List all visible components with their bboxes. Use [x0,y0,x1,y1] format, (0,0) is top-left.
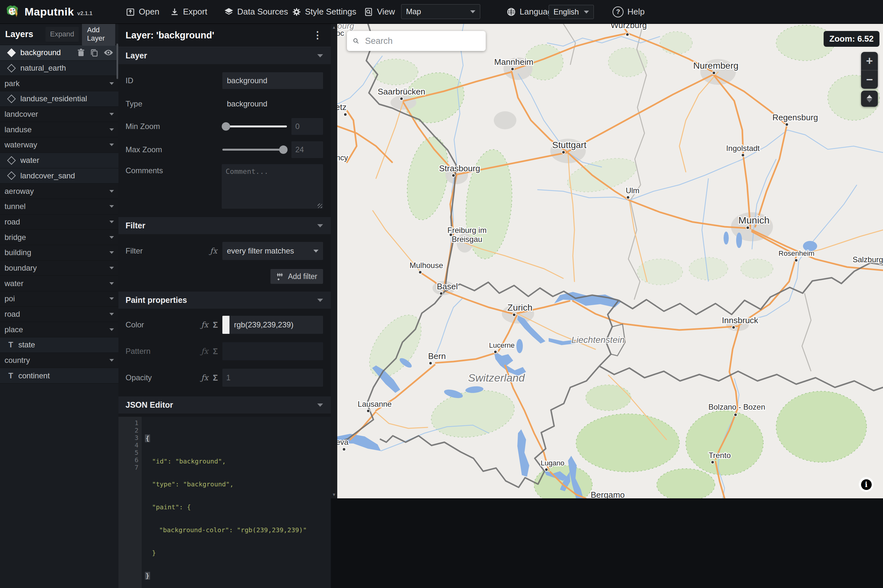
eye-icon[interactable] [104,49,113,56]
json-line-numbers: 1 2 3 4 5 6 7 [119,417,142,588]
pattern-label: Pattern [126,347,150,356]
json-editor[interactable]: 1 2 3 4 5 6 7 { "id": "background", "typ… [119,417,331,588]
city-label: Ulm [626,186,640,195]
section-layer[interactable]: Layer [119,47,331,64]
layer-item-landcover-sand[interactable]: landcover_sand [0,168,119,184]
view-button[interactable]: View [364,0,395,24]
map-canvas[interactable]: Wurzburg Mannheim Nuremberg Saarbrücken … [337,24,883,498]
sigma-icon[interactable]: Σ [213,373,218,383]
data-sources-label: Data Sources [237,7,288,17]
scroll-down-icon[interactable]: ▼ [332,492,336,497]
export-button[interactable]: Export [170,0,207,24]
section-paint[interactable]: Paint properties [119,292,331,309]
layer-label: landcover [5,110,107,119]
filter-select-value: every filter matches [227,246,294,255]
layer-label: building [5,248,107,257]
layer-group-park[interactable]: park [0,76,119,91]
min-zoom-input[interactable] [291,118,323,135]
layer-group-road2[interactable]: road [0,307,119,322]
layer-group-country[interactable]: country [0,353,119,368]
editor-scrollbar[interactable]: ▲ ▼ [331,24,337,498]
function-icon[interactable]: ƒx [201,347,208,356]
trash-icon[interactable] [77,48,85,57]
layer-label: park [5,79,107,88]
zoom-in-button[interactable]: + [861,52,878,70]
layer-group-boundary[interactable]: boundary [0,261,119,276]
chevron-down-icon [110,313,114,315]
layer-group-aeroway[interactable]: aeroway [0,183,119,199]
opacity-input[interactable] [222,369,323,387]
layer-label: natural_earth [20,63,114,73]
view-label: View [377,7,395,17]
layer-group-road[interactable]: road [0,214,119,230]
city-label: Saarbrücken [378,87,425,96]
help-button[interactable]: ? Help [613,0,644,24]
layer-item-continent[interactable]: T continent [0,368,119,384]
function-icon[interactable]: ƒx [210,246,217,255]
function-icon[interactable]: ƒx [201,373,208,382]
layer-group-bridge[interactable]: bridge [0,230,119,245]
layer-group-waterway[interactable]: waterway [0,137,119,153]
sigma-icon[interactable]: Σ [213,320,218,330]
layer-group-tunnel[interactable]: tunnel [0,199,119,214]
resize-handle[interactable] [318,204,322,208]
function-icon[interactable]: ƒx [201,320,208,329]
zoom-out-button[interactable]: − [861,70,878,89]
comments-label: Comments [126,166,163,175]
section-json[interactable]: JSON Editor [119,396,331,414]
duplicate-icon[interactable] [90,48,98,57]
search-input[interactable] [364,36,480,46]
type-value[interactable]: background [222,99,323,108]
city-label: Innsbruck [722,315,759,325]
layers-title: Layers [5,29,33,39]
layer-item-state[interactable]: T state [0,338,119,353]
city-label: Lugano [541,459,564,467]
section-filter[interactable]: Filter [119,217,331,234]
chevron-down-icon [317,54,323,57]
pattern-input[interactable] [222,342,323,360]
layer-group-landcover[interactable]: landcover [0,107,119,122]
filter-select[interactable]: every filter matches [222,242,323,260]
type-field-row: Type background [119,94,331,113]
sidebar-scrollbar[interactable] [117,44,118,79]
pattern-row: Pattern ƒx Σ [119,341,331,362]
color-swatch[interactable] [222,316,230,334]
scroll-up-icon[interactable]: ▲ [332,25,336,30]
layer-item-water[interactable]: water [0,153,119,168]
style-settings-button[interactable]: Style Settings [292,0,356,24]
city-label: Mannheim [494,57,533,67]
comments-textarea[interactable] [222,164,323,208]
add-filter-button[interactable]: Add filter [270,269,323,284]
add-layer-button[interactable]: Add Layer [82,22,115,46]
layer-group-water[interactable]: water [0,276,119,291]
sigma-icon[interactable]: Σ [213,346,218,356]
region-label: Switzerland [468,372,525,384]
layer-group-poi[interactable]: poi [0,291,119,307]
map-search-box[interactable] [347,31,486,51]
id-input[interactable] [222,72,323,89]
max-zoom-slider[interactable] [222,146,287,154]
pitch-toggle-button[interactable] [861,91,878,107]
min-zoom-slider[interactable] [222,122,287,130]
layer-group-building[interactable]: building [0,245,119,261]
layer-group-landuse[interactable]: landuse [0,122,119,137]
chevron-down-icon [110,144,114,146]
max-zoom-input[interactable] [291,141,323,158]
slider-knob[interactable] [279,146,288,154]
expand-button[interactable]: Expand [45,27,79,42]
open-button[interactable]: Open [126,0,159,24]
slider-knob[interactable] [222,122,230,130]
kebab-menu-icon[interactable]: ⋮ [313,30,323,40]
layer-item-natural-earth[interactable]: natural_earth [0,61,119,76]
layer-label: road [5,310,107,319]
data-sources-button[interactable]: Data Sources [224,0,288,24]
map-viewport[interactable]: Wurzburg Mannheim Nuremberg Saarbrücken … [337,24,883,498]
layer-item-background[interactable]: background [0,45,119,61]
view-select[interactable]: Map [401,4,480,19]
layer-group-place[interactable]: place [0,322,119,338]
layer-item-landuse-residential[interactable]: landuse_residential [0,91,119,107]
color-input[interactable]: rgb(239,239,239) [222,316,323,334]
attribution-button[interactable]: i [859,477,874,492]
chevron-down-icon [110,190,114,192]
language-select[interactable]: English [549,5,594,19]
